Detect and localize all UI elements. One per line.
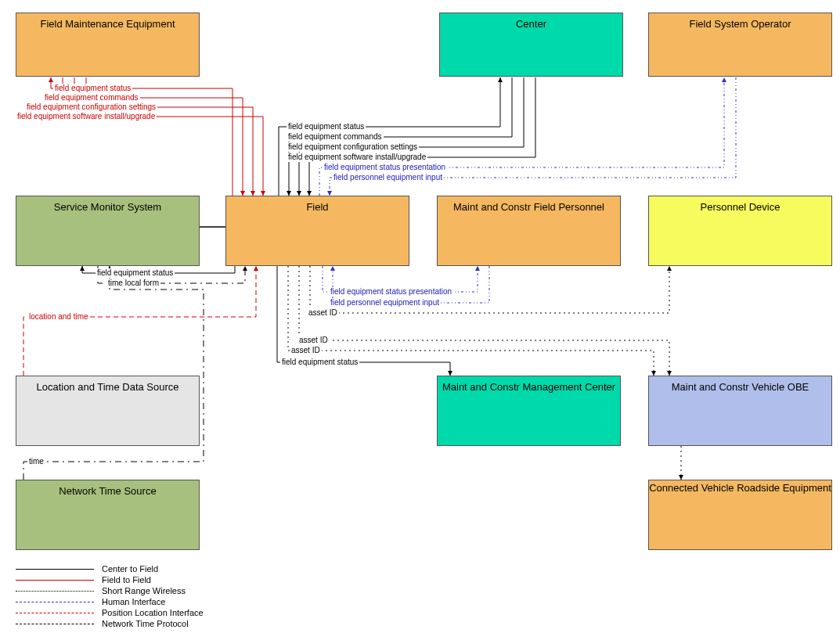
node-center[interactable]: Center [439,13,623,77]
flow-label: field equipment software install/upgrade [16,112,157,121]
flow-label: field equipment status [96,268,175,278]
node-location-time-data-source[interactable]: Location and Time Data Source [16,376,200,446]
node-maint-constr-vehicle-obe[interactable]: Maint and Constr Vehicle OBE [648,376,832,446]
node-personnel-device[interactable]: Personnel Device [648,196,832,266]
node-label: Service Monitor System [54,201,161,213]
node-label: Field [306,201,328,213]
legend-row: Network Time Protocol [16,618,204,629]
flow-label: field equipment commands [43,93,140,103]
node-label: Connected Vehicle Roadside Equipment [649,482,831,494]
flow-label: field equipment commands [287,132,384,142]
node-label: Center [516,18,546,30]
flow-label: field personnel equipment input [329,298,441,308]
flow-label: field equipment status presentation [323,163,447,172]
legend-row: Human Interface [16,596,204,607]
flow-label: field personnel equipment input [332,173,444,182]
legend-swatch [16,591,94,592]
legend-swatch [16,602,94,602]
legend-label: Network Time Protocol [102,619,189,628]
legend-row: Position Location Interface [16,607,204,618]
legend: Center to Field Field to Field Short Ran… [16,563,204,629]
node-field-maintenance-equipment[interactable]: Field Maintenance Equipment [16,13,200,77]
node-connected-vehicle-roadside-equipment[interactable]: Connected Vehicle Roadside Equipment [648,480,832,550]
node-maint-constr-field-personnel[interactable]: Maint and Constr Field Personnel [437,196,621,266]
legend-row: Center to Field [16,563,204,574]
node-label: Field Maintenance Equipment [41,18,175,30]
node-label: Personnel Device [701,201,781,213]
legend-swatch [16,613,94,613]
legend-label: Field to Field [102,575,151,584]
flow-label: field equipment configuration settings [25,103,157,112]
flow-label: field equipment software install/upgrade [287,153,427,162]
legend-label: Human Interface [102,597,165,606]
node-label: Maint and Constr Management Center [442,381,615,393]
legend-swatch [16,580,94,581]
flow-label: time [27,457,45,466]
node-maint-constr-management-center[interactable]: Maint and Constr Management Center [437,376,621,446]
node-field-system-operator[interactable]: Field System Operator [648,13,832,77]
flow-label: asset ID [290,346,322,355]
flow-label: field equipment status [53,84,132,93]
flow-label: time local form [106,279,160,288]
legend-label: Short Range Wireless [102,586,186,595]
node-service-monitor-system[interactable]: Service Monitor System [16,196,200,266]
legend-row: Field to Field [16,574,204,585]
node-label: Maint and Constr Field Personnel [453,201,604,213]
flow-label: location and time [27,312,90,322]
node-network-time-source[interactable]: Network Time Source [16,480,200,550]
node-label: Network Time Source [59,485,156,497]
flow-label: field equipment status [287,122,366,131]
node-label: Location and Time Data Source [36,381,178,393]
flow-label: asset ID [297,336,330,345]
flow-label: asset ID [307,308,339,318]
legend-label: Position Location Interface [102,608,204,617]
flow-label: field equipment configuration settings [287,142,419,152]
flow-label: field equipment status [280,358,359,367]
node-field[interactable]: Field [225,196,409,266]
legend-swatch [16,569,94,570]
legend-row: Short Range Wireless [16,585,204,596]
legend-label: Center to Field [102,564,158,574]
flow-label: field equipment status presentation [329,287,453,297]
diagram-canvas: Field Maintenance Equipment Center Field… [0,0,840,633]
node-label: Maint and Constr Vehicle OBE [672,381,809,393]
legend-swatch [16,624,94,624]
node-label: Field System Operator [689,18,791,30]
